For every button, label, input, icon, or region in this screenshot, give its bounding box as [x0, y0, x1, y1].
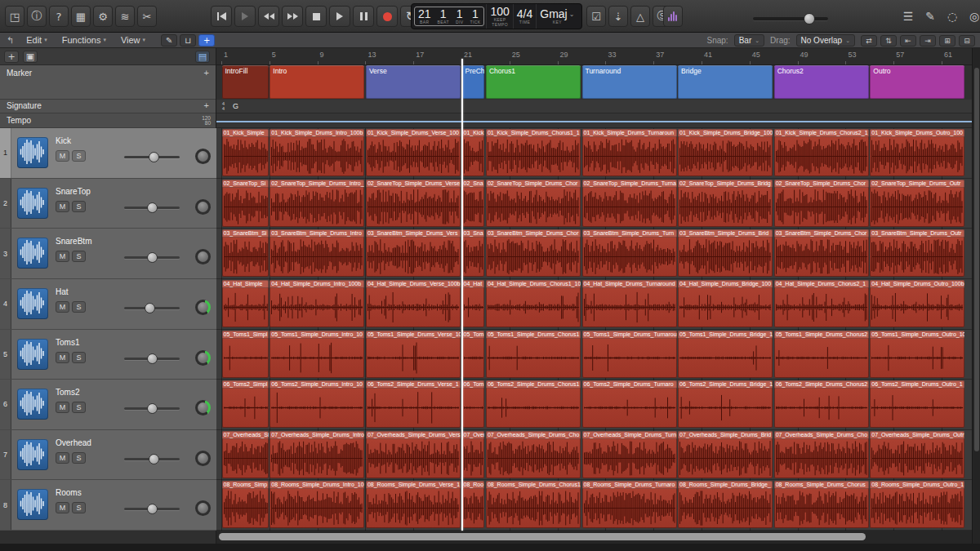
- audio-region[interactable]: 03_SnareBtm_Simple_Drums_Chor: [774, 229, 869, 277]
- audio-region[interactable]: 01_Kick_Simple_Drums_Turnaroun: [582, 129, 677, 176]
- audio-region[interactable]: 01_Kick_Simple_Drums_Outro_100: [870, 129, 964, 176]
- lcd-tempo[interactable]: 100 KEEP TEMPO: [486, 4, 512, 29]
- mute-button[interactable]: M: [56, 502, 69, 513]
- audio-region[interactable]: 08_Rooms_Simple_Drums_Verse_1: [366, 481, 461, 528]
- audio-region[interactable]: 05_Toms1_Simple_Drums_Bridge_1: [678, 331, 773, 378]
- mute-button[interactable]: M: [56, 352, 69, 363]
- arrangement-section-turnaround[interactable]: Turnaround: [582, 65, 677, 99]
- rewind-button[interactable]: [258, 6, 279, 27]
- audio-region[interactable]: 07_Overheads_Simple_Drums_Outr: [870, 431, 964, 478]
- track-header-rooms[interactable]: 8RoomsMS: [0, 480, 216, 531]
- arrangement-section-introfill[interactable]: IntroFill: [222, 65, 269, 99]
- arrangement-section-verse[interactable]: Verse: [366, 65, 461, 99]
- audio-region[interactable]: 07_Over: [462, 431, 485, 478]
- signature-global-track[interactable]: Signature +: [0, 100, 216, 113]
- list-editors-icon[interactable]: ☰: [898, 6, 918, 27]
- mixer-icon[interactable]: ≋: [115, 6, 135, 27]
- volume-slider-thumb[interactable]: [149, 454, 159, 464]
- pencil-tool-icon[interactable]: ✎: [161, 34, 177, 47]
- audio-region[interactable]: 06_Toms2_Simple_Drums_Chorus2: [774, 380, 869, 428]
- low-latency-icon[interactable]: ☑: [586, 6, 606, 27]
- audio-region[interactable]: 02_SnareTop_Simple_Drums_Bridg: [678, 180, 773, 227]
- add-signature-button[interactable]: +: [204, 100, 209, 110]
- audio-region[interactable]: 07_Overheads_Simple_Drums_Intro: [270, 431, 364, 478]
- horizontal-scrollbar-thumb[interactable]: [219, 533, 866, 540]
- note-pads-icon[interactable]: ✎: [920, 6, 940, 27]
- audio-region[interactable]: 07_Overheads_Simple_Drums_Cho: [774, 431, 869, 478]
- audio-region[interactable]: 01_Kick_Simple_Drums_Verse_100: [366, 129, 461, 176]
- audio-region[interactable]: 06_Tom: [462, 380, 485, 428]
- audio-region[interactable]: 02_SnareTop_Simple_Drums_Verse: [366, 180, 461, 227]
- audio-region[interactable]: 05_Toms1_Simple_Drums_Outro_10: [870, 331, 964, 378]
- pan-knob[interactable]: [195, 149, 211, 164]
- solo-button[interactable]: S: [72, 402, 86, 413]
- volume-slider[interactable]: [124, 353, 180, 364]
- master-volume-slider[interactable]: [753, 13, 828, 24]
- marker-global-track[interactable]: Marker +: [0, 65, 216, 100]
- browsers-icon[interactable]: ◎: [964, 6, 980, 27]
- solo-button[interactable]: S: [72, 452, 86, 464]
- audio-region[interactable]: 03_SnareBtm_Simple_Drums_Brid: [678, 229, 773, 277]
- solo-button[interactable]: S: [72, 150, 86, 162]
- forward-button[interactable]: [282, 6, 303, 27]
- audio-region[interactable]: 01_Kick: [462, 129, 485, 176]
- lcd-display[interactable]: 21 BAR 1 BEAT 1 DIV 1 TICK 100 KEEP: [411, 3, 582, 29]
- volume-slider[interactable]: [124, 202, 180, 213]
- tracks-workspace[interactable]: 15913172125293337414549535761 IntroFillI…: [216, 48, 972, 551]
- signature-lane[interactable]: 44 G: [216, 100, 972, 113]
- mute-button[interactable]: M: [56, 301, 69, 313]
- audio-region[interactable]: 01_Kick_Simple_Drums_Bridge_100: [678, 129, 773, 176]
- volume-slider-thumb[interactable]: [147, 252, 158, 263]
- audio-region[interactable]: 01_Kick_Simple_Drums_Chorus2_1: [774, 129, 869, 176]
- tempo-curve[interactable]: [216, 121, 972, 122]
- lcd-div[interactable]: 1 DIV: [452, 7, 467, 25]
- volume-slider[interactable]: [124, 403, 180, 414]
- volume-slider[interactable]: [124, 152, 180, 162]
- track-header-overhead[interactable]: 7OverheadMS: [0, 430, 216, 481]
- quick-help-icon[interactable]: ?: [49, 6, 69, 27]
- pan-knob[interactable]: [195, 451, 211, 466]
- track-header-snaretop[interactable]: 2SnareTopMS: [0, 179, 216, 229]
- audio-region[interactable]: 05_Toms1_Simple_Drums_Intro_10: [270, 331, 364, 378]
- audio-region[interactable]: 03_SnareBtm_Simple_Drums_Vers: [366, 229, 461, 277]
- count-in-icon[interactable]: ⇣: [608, 6, 628, 27]
- solo-button[interactable]: S: [72, 502, 86, 513]
- add-track-button[interactable]: +: [4, 51, 19, 63]
- audio-region[interactable]: 08_Roo: [462, 481, 485, 528]
- lcd-tick[interactable]: 1 TICK: [466, 7, 483, 25]
- stop-button[interactable]: [305, 6, 327, 27]
- audio-region[interactable]: 07_Overheads_Simple_Drums_Brid: [678, 431, 773, 478]
- metronome-icon[interactable]: △: [630, 6, 650, 27]
- audio-region[interactable]: 08_Rooms_Simple_Drums_Chorus: [774, 481, 869, 528]
- audio-region[interactable]: 01_Kick_Simple_Drums_Chorus1_1: [486, 129, 581, 176]
- key-chevron-icon[interactable]: ⌄: [569, 11, 575, 18]
- arrangement-section-prech[interactable]: PreCh: [462, 65, 485, 99]
- audio-region[interactable]: 04_Hat_Simple: [222, 280, 269, 327]
- waveform-zoom-icon[interactable]: ⇅: [880, 35, 897, 47]
- audio-region[interactable]: 02_SnareTop_Si: [222, 180, 269, 227]
- audio-region[interactable]: 04_Hat: [462, 280, 485, 327]
- apple-loops-icon[interactable]: ◌: [942, 6, 962, 27]
- volume-slider-thumb[interactable]: [147, 403, 158, 414]
- audio-region[interactable]: 03_SnareBtm_Simple_Drums_Chor: [486, 229, 581, 277]
- pan-knob[interactable]: [195, 249, 211, 264]
- arrangement-section-chorus1[interactable]: Chorus1: [486, 65, 581, 99]
- track-header-toms1[interactable]: 5Toms1MS: [0, 330, 216, 380]
- audio-region[interactable]: 04_Hat_Simple_Drums_Turnaround: [582, 280, 677, 327]
- audio-region[interactable]: 03_SnareBtm_Simple_Drums_Intro: [270, 229, 364, 277]
- drag-dropdown[interactable]: No Overlap ⌄: [796, 34, 855, 47]
- volume-slider-thumb[interactable]: [147, 353, 158, 364]
- audio-region[interactable]: 08_Rooms_Simple_Drums_Outro_1: [870, 481, 964, 528]
- audio-region[interactable]: 02_Sna: [462, 180, 485, 227]
- master-volume-thumb[interactable]: [804, 13, 815, 24]
- volume-slider[interactable]: [124, 252, 180, 263]
- editors-icon[interactable]: ✂: [137, 6, 157, 27]
- volume-slider-thumb[interactable]: [147, 504, 158, 514]
- audio-region[interactable]: 05_Toms1_Simple_Drums_Chorus1: [486, 331, 581, 378]
- audio-region[interactable]: 02_SnareTop_Simple_Drums_Chor: [774, 180, 869, 227]
- pan-knob[interactable]: [195, 300, 211, 315]
- auto-track-zoom-icon[interactable]: ⊞: [939, 35, 956, 47]
- smart-controls-icon[interactable]: ⚙: [93, 6, 113, 27]
- solo-button[interactable]: S: [72, 201, 86, 212]
- audio-region[interactable]: 01_Kick_Simple_Drums_Intro_100b: [270, 129, 364, 176]
